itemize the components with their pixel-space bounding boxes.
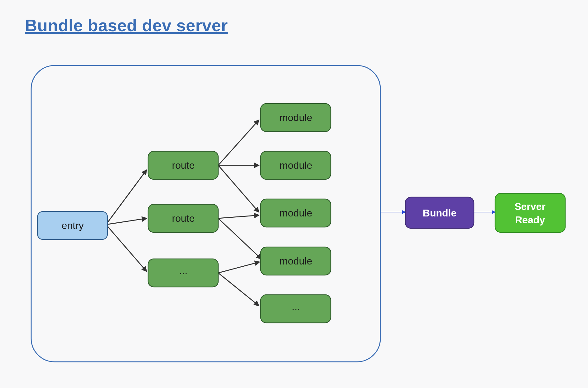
edge-entry-ellipsis xyxy=(106,225,147,271)
node-server-ready-label-2: Ready xyxy=(515,214,545,226)
node-route-1-label: route xyxy=(172,160,195,171)
node-route-2-label: route xyxy=(172,213,195,224)
node-module-4: module xyxy=(261,247,331,275)
bundle-diagram: entry route route ··· module module modu… xyxy=(0,0,588,388)
edge-route1-module1 xyxy=(218,120,259,165)
node-module-3: module xyxy=(261,199,331,227)
edge-route1-module3 xyxy=(218,165,259,212)
node-route-ellipsis: ··· xyxy=(148,259,218,287)
node-route-2: route xyxy=(148,204,218,232)
node-entry-label: entry xyxy=(61,220,84,231)
node-server-ready: Server Ready xyxy=(495,193,565,232)
node-route-ellipsis-label: ··· xyxy=(179,267,188,279)
edge-ellipsis-module4 xyxy=(218,262,259,273)
node-entry: entry xyxy=(37,211,108,240)
node-module-ellipsis: ··· xyxy=(261,295,331,323)
node-module-ellipsis-label: ··· xyxy=(292,303,300,314)
node-module-1: module xyxy=(261,104,331,132)
edge-route2-module3 xyxy=(218,215,259,218)
node-module-2: module xyxy=(261,151,331,179)
node-module-3-label: module xyxy=(280,207,312,219)
edge-entry-route2 xyxy=(106,218,147,225)
edge-route2-module4 xyxy=(218,218,261,259)
edge-entry-route1 xyxy=(106,170,147,225)
node-module-2-label: module xyxy=(280,160,312,171)
node-bundle: Bundle xyxy=(405,197,474,228)
node-module-1-label: module xyxy=(280,112,312,123)
svg-rect-10 xyxy=(495,193,565,232)
node-server-ready-label-1: Server xyxy=(514,201,546,212)
node-route-1: route xyxy=(148,151,218,179)
node-bundle-label: Bundle xyxy=(423,207,456,219)
edge-ellipsis-ellipsis-module xyxy=(218,273,259,306)
node-module-4-label: module xyxy=(280,255,312,267)
